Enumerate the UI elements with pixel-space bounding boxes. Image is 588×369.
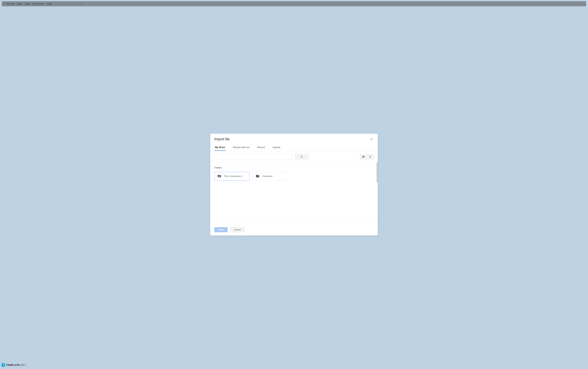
menu-item: Data [17,2,22,5]
sort-az-icon: AZ [369,156,372,158]
tab-shared-with-me[interactable]: Shared with me [232,144,250,151]
folder-name: Classroom [262,175,273,178]
cancel-button[interactable]: Cancel [230,227,244,232]
dialog-footer: Select Cancel [210,224,378,236]
tab-recent[interactable]: Recent [256,144,265,151]
shared-folder-icon [217,174,221,178]
close-button[interactable] [369,137,374,141]
import-file-dialog: Import file My Drive Shared with me Rece… [210,134,378,236]
folder-name: Price Comparison t… [224,175,244,178]
folders-section-label: Folders [214,166,374,169]
watermark-text: TEMPLATE.NET [6,364,26,367]
watermark: T TEMPLATE.NET [1,363,26,367]
svg-marker-8 [370,157,371,158]
list-icon [362,156,365,158]
menu-item: Format [7,2,14,5]
folders-grid: Price Comparison t… Classroom [214,172,374,181]
search-icon [301,156,303,158]
menu-item: t [4,2,4,5]
watermark-badge: T [1,363,5,367]
menu-item: Help [47,2,52,5]
folder-icon [256,174,260,178]
dialog-header: Import file [210,134,378,144]
menu-item: Extensions [33,2,44,5]
watermark-brand: TEMPLATE [6,364,20,366]
svg-text:AZ: AZ [369,156,371,158]
search-input[interactable] [214,154,292,159]
list-view-button[interactable] [360,154,367,159]
tab-my-drive[interactable]: My Drive [214,144,226,151]
content-area: Folders Price Comparison t… [210,162,378,224]
background-menubar: t Format Data Tools Extensions Help Last… [2,1,586,6]
svg-line-1 [302,157,303,158]
tab-upload[interactable]: Upload [272,144,281,151]
watermark-suffix: .NET [20,364,26,366]
close-icon [370,138,373,140]
tabs: My Drive Shared with me Recent Upload [210,144,378,151]
last-edit-label: Last edit was 2 hours ago [55,2,83,5]
svg-point-9 [219,176,220,177]
scrollbar[interactable] [377,162,378,182]
dialog-title: Import file [214,137,230,141]
svg-point-0 [301,156,302,157]
folder-item[interactable]: Classroom [252,172,288,181]
svg-marker-7 [370,156,371,156]
view-controls: AZ [360,154,374,159]
search-row: AZ [210,151,378,162]
menu-item: Tools [25,2,30,5]
search-button[interactable] [295,154,308,159]
folder-item[interactable]: Price Comparison t… [214,172,250,181]
select-button[interactable]: Select [214,227,228,232]
sort-button[interactable]: AZ [367,154,374,159]
